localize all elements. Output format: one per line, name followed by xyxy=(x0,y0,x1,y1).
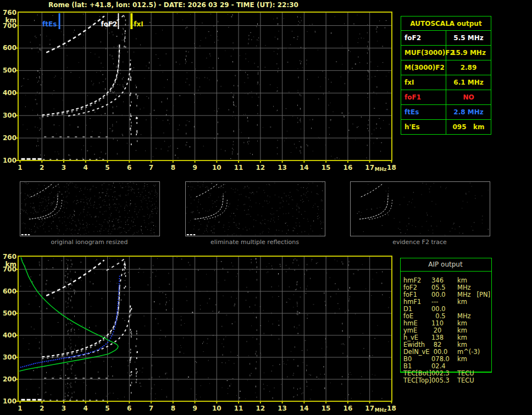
top-x-tick-13: 13 xyxy=(277,164,288,171)
bottom-y-tick-100: 100 xyxy=(0,397,16,405)
bottom-x-tick-16: 16 xyxy=(342,405,353,412)
thumbnail-image-2 xyxy=(186,182,325,236)
top-x-tick-17: 17 xyxy=(364,164,375,171)
thumbnail-3 xyxy=(350,181,490,236)
aip-param-unit: km xyxy=(457,319,467,327)
aip-param-label: hmE xyxy=(403,319,418,327)
aip-row-B0: B0078.0km xyxy=(403,355,530,362)
autoscala-row-h'Es: h'Es095 km xyxy=(401,120,491,134)
marker-label-ftEs: ftEs xyxy=(42,20,57,28)
autoscala-param-label: h'Es xyxy=(401,120,446,134)
aip-param-value: 0.5 xyxy=(431,312,446,320)
aip-row-hmF1: hmF1---km xyxy=(403,298,530,305)
autoscala-row-M(3000)F2: M(3000)F22.89 xyxy=(401,60,491,75)
top-ionogram-plot xyxy=(16,12,392,163)
aip-param-label: D1 xyxy=(403,305,412,313)
aip-param-value: 002.3 xyxy=(431,369,450,377)
top-x-tick-15: 15 xyxy=(320,164,331,171)
top-x-tick-2: 2 xyxy=(36,164,47,171)
aip-param-unit: m^(-3) xyxy=(457,348,480,356)
autoscala-param-label: foF1 xyxy=(401,90,446,104)
autoscala-output-table: AUTOSCALA output foF25.5 MHzMUF(3000)F21… xyxy=(401,16,491,135)
aip-row-hmF2: hmF2346km xyxy=(403,276,530,284)
calculated-trace xyxy=(20,276,120,368)
bottom-x-tick-4: 4 xyxy=(80,405,91,412)
bottom-x-tick-7: 7 xyxy=(146,405,157,412)
aip-param-label: Ewidth xyxy=(403,341,425,348)
aip-param-unit: km xyxy=(457,298,467,306)
bottom-x-tick-15: 15 xyxy=(320,405,331,412)
top-x-tick-10: 10 xyxy=(211,164,222,171)
bottom-y-tick-200: 200 xyxy=(0,375,16,383)
aip-param-label: foE xyxy=(403,312,413,320)
bottom-x-tick-13: 13 xyxy=(277,405,288,412)
bottom-y-unit: km xyxy=(0,261,16,268)
aip-param-value: 05.5 xyxy=(431,284,446,291)
top-y-tick-200: 200 xyxy=(0,134,16,142)
aip-param-unit: TECU xyxy=(457,377,474,384)
bottom-x-tick-10: 10 xyxy=(211,405,222,412)
bottom-y-tick-600: 600 xyxy=(0,287,16,295)
aip-param-label: hmF2 xyxy=(403,276,421,284)
top-x-tick-8: 8 xyxy=(168,164,179,171)
top-x-tick-9: 9 xyxy=(190,164,201,171)
bottom-x-tick-5: 5 xyxy=(102,405,113,412)
aip-param-value: 82 xyxy=(431,341,441,348)
bottom-x-tick-18: 18 xyxy=(386,405,397,412)
marker-label-foF2: foF2 xyxy=(101,20,116,28)
thumbnail-caption-1: original ionogram resized xyxy=(20,239,159,246)
aip-param-label: DelN_vE xyxy=(403,348,430,356)
bottom-x-tick-17: 17 xyxy=(364,405,375,412)
aip-param-unit: km xyxy=(457,334,467,341)
bottom-x-tick-9: 9 xyxy=(190,405,201,412)
aip-param-unit: km xyxy=(457,341,467,348)
autoscala-row-ftEs: ftEs2.8 MHz xyxy=(401,105,491,120)
aip-param-unit: MHz [PN] xyxy=(457,291,490,298)
bottom-profile-plot xyxy=(16,256,392,403)
aip-param-label: B1 xyxy=(403,362,412,370)
aip-row-hmE: hmE110km xyxy=(403,319,530,327)
aip-row-DelN_vE: DelN_vE 00.0m^(-3) xyxy=(403,348,530,355)
bottom-x-tick-14: 14 xyxy=(298,405,309,412)
bottom-x-tick-1: 1 xyxy=(15,405,26,412)
top-y-tick-500: 500 xyxy=(0,67,16,74)
aip-header-divider xyxy=(400,271,491,272)
autoscala-param-label: ftEs xyxy=(401,105,446,119)
aip-row-Ewidth: Ewidth 82km xyxy=(403,341,530,348)
aip-param-label: TEC[Bot] xyxy=(403,369,431,377)
autoscala-row-fxI: fxI6.1 MHz xyxy=(401,75,491,90)
top-x-tick-18: 18 xyxy=(386,164,397,171)
bottom-y-tick-300: 300 xyxy=(0,353,16,361)
bottom-y-tick-760: 760 xyxy=(0,253,16,261)
aip-param-value: 138 xyxy=(431,334,444,341)
aip-param-value: 346 xyxy=(431,276,444,284)
aip-param-value: 005.3 xyxy=(431,377,450,384)
autoscala-param-value: 5.5 MHz xyxy=(446,31,491,45)
top-x-tick-11: 11 xyxy=(233,164,244,171)
aip-row-B1: B102.4 xyxy=(403,362,530,369)
aip-param-unit: MHz xyxy=(457,284,471,291)
aip-param-unit: MHz xyxy=(457,312,471,320)
autoscala-param-value: 6.1 MHz xyxy=(446,75,491,90)
aip-bottom-border xyxy=(400,372,491,372)
aip-row-TEC[Top]: TEC[Top]005.3TECU xyxy=(403,377,530,384)
bottom-x-tick-8: 8 xyxy=(168,405,179,412)
aip-param-unit: km xyxy=(457,327,467,334)
aip-row-D1: D100.0 xyxy=(403,305,530,312)
thumbnail-image-1 xyxy=(20,182,159,236)
autoscala-row-foF1: foF1NO xyxy=(401,90,491,105)
aip-row-h_vE: h_vE138km xyxy=(403,334,530,341)
thumbnail-image-3 xyxy=(351,182,490,236)
aip-row-foF1: foF100.0MHz [PN] xyxy=(403,291,530,298)
bottom-x-tick-6: 6 xyxy=(124,405,135,412)
top-y-tick-760: 760 xyxy=(0,9,16,16)
aip-row-ymE: ymE 20km xyxy=(403,327,530,334)
top-y-unit: km xyxy=(0,16,16,24)
top-x-tick-3: 3 xyxy=(58,164,69,171)
bottom-x-tick-11: 11 xyxy=(233,405,244,412)
bottom-x-tick-12: 12 xyxy=(255,405,266,412)
aip-param-value: --- xyxy=(431,298,438,306)
aip-param-label: foF2 xyxy=(403,284,417,291)
thumbnail-1 xyxy=(20,181,160,236)
aip-param-value: 00.0 xyxy=(431,348,447,356)
